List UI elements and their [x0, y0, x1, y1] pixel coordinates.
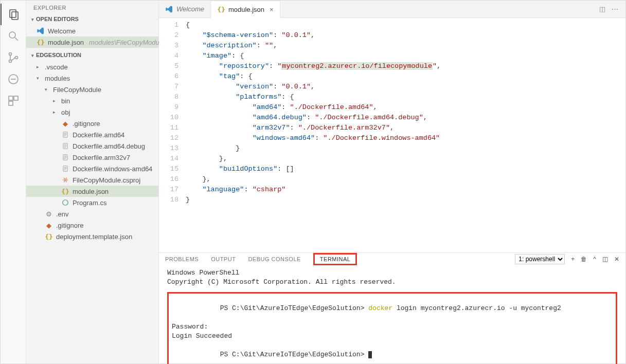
more-icon[interactable]: ⋯	[612, 5, 618, 13]
svg-point-6	[15, 57, 17, 59]
activity-explorer-icon[interactable]	[1, 4, 26, 25]
tree-item-label: module.json	[73, 188, 109, 195]
terminal-line: PS C:\Git\AzureIoTEdge\EdgeSolution>	[172, 341, 613, 364]
csproj-icon	[61, 176, 69, 184]
tree-item[interactable]: FileCopyModule.csproj	[26, 174, 158, 186]
tree-item-label: deployment.template.json	[56, 233, 132, 241]
tree-item[interactable]: {}module.json	[26, 186, 158, 197]
chevron-icon: ▸	[37, 64, 42, 69]
bottom-panel: PROBLEMS OUTPUT DEBUG CONSOLE TERMINAL 1…	[159, 252, 625, 363]
code-content: { "$schema-version": "0.0.1", "descripti…	[186, 20, 625, 252]
tree-item[interactable]: ▾modules	[26, 72, 158, 84]
maximize-panel-icon[interactable]: ^	[593, 256, 596, 263]
svg-point-4	[9, 53, 11, 56]
tree-item-label: FileCopyModule.csproj	[73, 176, 140, 184]
open-editor-item[interactable]: Welcome	[26, 25, 158, 37]
open-editor-label: module.json	[48, 39, 84, 46]
svg-line-3	[15, 38, 18, 41]
open-editors-header[interactable]: OPEN EDITORS	[26, 14, 158, 24]
tree-item-label: Dockerfile.windows-amd64	[73, 165, 152, 173]
tab-label: Welcome	[176, 5, 204, 13]
tree-item-label: bin	[61, 97, 70, 105]
sidebar: EXPLORER OPEN EDITORS Welcome{}module.js…	[26, 1, 159, 363]
tab-module-json[interactable]: {} module.json ×	[211, 1, 280, 18]
git-icon: ◆	[45, 221, 53, 229]
tree-item[interactable]: ◆.gitignore	[26, 220, 158, 231]
svg-point-5	[9, 60, 11, 63]
svg-rect-10	[14, 96, 18, 100]
sidebar-title: EXPLORER	[26, 1, 158, 14]
terminal-selector[interactable]: 1: powershell	[515, 254, 565, 264]
open-editor-label: Welcome	[48, 27, 76, 35]
close-panel-icon[interactable]: ✕	[614, 256, 619, 263]
tree-item-label: .vscode	[45, 63, 68, 71]
tab-label: module.json	[228, 6, 264, 13]
terminal-line: PS C:\Git\AzureIoTEdge\EdgeSolution> doc…	[172, 295, 613, 322]
line-numbers: 123456789101112131415161718	[159, 20, 186, 252]
terminal-line: Windows PowerShell	[167, 268, 617, 278]
tab-welcome[interactable]: Welcome	[159, 1, 211, 18]
braces-icon: {}	[45, 232, 53, 241]
kill-terminal-icon[interactable]: 🗑	[581, 256, 587, 263]
tree-item[interactable]: ▸obj	[26, 106, 158, 118]
tree-item[interactable]: Dockerfile.windows-amd64	[26, 163, 158, 174]
tree-item-label: .env	[56, 210, 69, 218]
close-icon[interactable]: ×	[270, 6, 274, 13]
tree-item[interactable]: ⚙.env	[26, 208, 158, 220]
activity-debug-icon[interactable]	[1, 68, 26, 90]
csharp-icon	[61, 198, 69, 207]
open-editor-item[interactable]: {}module.jsonmodules\FileCopyModule	[26, 37, 158, 48]
terminal-body[interactable]: Windows PowerShell Copyright (C) Microso…	[159, 265, 625, 364]
chevron-down-icon	[31, 52, 34, 58]
gear-icon: ⚙	[45, 210, 53, 218]
tree-item[interactable]: Dockerfile.amd64.debug	[26, 140, 158, 152]
tree-item-label: Dockerfile.arm32v7	[73, 154, 130, 161]
tree-item[interactable]: {}deployment.template.json	[26, 231, 158, 242]
chevron-down-icon	[31, 16, 34, 22]
tree-item-label: obj	[61, 108, 70, 116]
open-editors-list: Welcome{}module.jsonmodules\FileCopyModu…	[26, 24, 158, 50]
panel-tabs: PROBLEMS OUTPUT DEBUG CONSOLE TERMINAL 1…	[159, 253, 625, 265]
new-terminal-icon[interactable]: +	[571, 256, 575, 263]
tree-item[interactable]: ▸.vscode	[26, 61, 158, 72]
split-editor-icon[interactable]: ◫	[599, 5, 605, 13]
tree-item-label: FileCopyModule	[53, 86, 101, 94]
svg-point-28	[64, 179, 66, 181]
code-editor[interactable]: 123456789101112131415161718 { "$schema-v…	[159, 18, 625, 252]
vscode-icon	[37, 27, 45, 35]
activity-search-icon[interactable]	[1, 25, 26, 47]
git-icon: ◆	[61, 119, 69, 128]
panel-tab-debug-console[interactable]: DEBUG CONSOLE	[248, 253, 300, 265]
panel-tab-output[interactable]: OUTPUT	[211, 253, 236, 265]
cursor	[368, 351, 372, 358]
tree-item[interactable]: ◆.gitignore	[26, 118, 158, 129]
svg-rect-0	[10, 10, 16, 17]
braces-icon: {}	[61, 187, 69, 195]
split-terminal-icon[interactable]: ◫	[602, 256, 608, 263]
main: Welcome {} module.json × ◫ ⋯ 12345678910…	[159, 1, 625, 363]
tree-item[interactable]: Program.cs	[26, 197, 158, 208]
workspace-header[interactable]: EDGESOLUTION	[26, 50, 158, 60]
svg-rect-11	[9, 101, 13, 105]
file-tree: ▸.vscode▾modules▾FileCopyModule▸bin▸obj◆…	[26, 60, 158, 244]
chevron-icon: ▸	[53, 98, 58, 103]
tree-item-label: Dockerfile.amd64	[73, 131, 124, 139]
tree-item[interactable]: ▸bin	[26, 95, 158, 106]
file-icon	[61, 153, 69, 161]
panel-tab-terminal[interactable]: TERMINAL	[313, 253, 357, 265]
svg-rect-1	[12, 12, 18, 20]
tree-item[interactable]: ▾FileCopyModule	[26, 84, 158, 95]
activity-bar	[1, 1, 26, 363]
activity-scm-icon[interactable]	[1, 47, 26, 68]
svg-rect-9	[9, 96, 13, 100]
editor-tabs: Welcome {} module.json × ◫ ⋯	[159, 1, 625, 18]
chevron-icon: ▾	[37, 76, 42, 81]
tree-item[interactable]: Dockerfile.arm32v7	[26, 152, 158, 163]
panel-tab-problems[interactable]: PROBLEMS	[165, 253, 199, 265]
tree-item[interactable]: Dockerfile.amd64	[26, 129, 158, 140]
terminal-line: Copyright (C) Microsoft Corporation. All…	[167, 278, 617, 287]
workspace-label: EDGESOLUTION	[36, 52, 81, 58]
tree-item-label: .gitignore	[73, 120, 100, 128]
chevron-icon: ▸	[53, 110, 58, 115]
activity-extensions-icon[interactable]	[1, 90, 26, 112]
